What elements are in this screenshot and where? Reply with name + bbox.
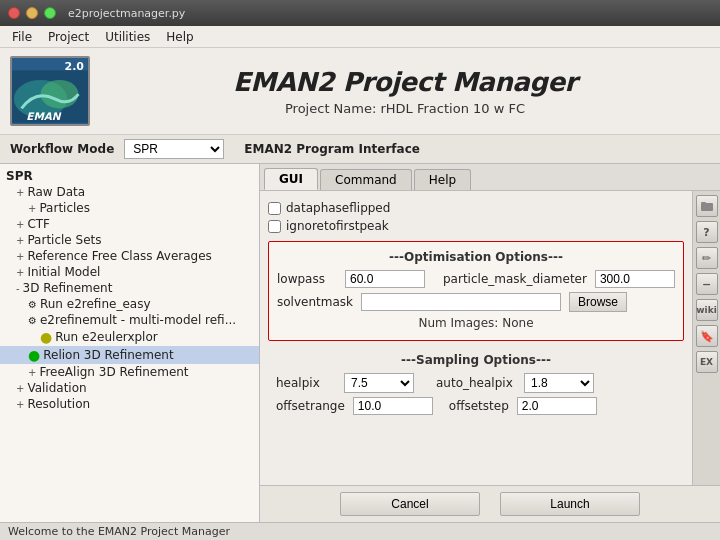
- workflow-mode-select[interactable]: SPR: [124, 139, 224, 159]
- form-scroll[interactable]: dataphaseflipped ignoretofirstpeak ---Op…: [260, 191, 692, 485]
- tree-label-3d-refinement: 3D Refinement: [23, 281, 113, 295]
- tree-root-spr: SPR: [0, 168, 259, 184]
- tree-label-raw-data: Raw Data: [27, 185, 85, 199]
- offsetrange-label: offsetrange: [276, 399, 345, 413]
- menu-file[interactable]: File: [4, 28, 40, 46]
- minus-icon: −: [702, 278, 711, 291]
- svg-rect-5: [701, 202, 706, 204]
- expand-icon: +: [16, 251, 24, 262]
- solventmask-input[interactable]: [361, 293, 561, 311]
- expand-icon: +: [28, 367, 36, 378]
- tree-item-relion-3d[interactable]: ● Relion 3D Refinement: [0, 346, 259, 364]
- app-title-area: EMAN2 Project Manager Project Name: rHDL…: [100, 67, 710, 116]
- healpix-select[interactable]: 7.5 3.7 1.8: [344, 373, 414, 393]
- main-content: 2.0 EMAN EMAN2 Project Manager Project N…: [0, 48, 720, 540]
- checkbox-ignoretofirstpeak[interactable]: [268, 220, 281, 233]
- checkbox-ignoretofirstpeak-label: ignoretofirstpeak: [286, 219, 389, 233]
- bookmark-toolbar-button[interactable]: 🔖: [696, 325, 718, 347]
- question-icon: ?: [703, 226, 709, 239]
- right-panel: GUI Command Help dataphaseflipped ignor: [260, 164, 720, 522]
- bookmark-icon: 🔖: [700, 330, 714, 343]
- tree-label-e2refinemult: e2refinemult - multi-model refi...: [40, 313, 236, 327]
- menu-project[interactable]: Project: [40, 28, 97, 46]
- menu-bar: File Project Utilities Help: [0, 26, 720, 48]
- right-panel-wrapper: dataphaseflipped ignoretofirstpeak ---Op…: [260, 191, 720, 485]
- status-bar: Welcome to the EMAN2 Project Manager: [0, 522, 720, 540]
- tree-item-e2eulerxplor[interactable]: ● Run e2eulerxplor: [0, 328, 259, 346]
- expand-icon: +: [16, 399, 24, 410]
- wiki-icon: wiki: [696, 305, 716, 315]
- offsetrange-row: offsetrange offsetstep: [276, 397, 676, 415]
- expand-icon: +: [16, 219, 24, 230]
- checkbox-dataphaseflipped-label: dataphaseflipped: [286, 201, 390, 215]
- minimize-button[interactable]: [26, 7, 38, 19]
- auto-healpix-select[interactable]: 1.8 0.9: [524, 373, 594, 393]
- tab-help[interactable]: Help: [414, 169, 471, 190]
- tree-item-resolution[interactable]: + Resolution: [0, 396, 259, 412]
- bottom-bar: Cancel Launch: [260, 485, 720, 522]
- cancel-button[interactable]: Cancel: [340, 492, 480, 516]
- close-button[interactable]: [8, 7, 20, 19]
- logo-box: 2.0 EMAN: [10, 56, 90, 126]
- dot-icon: ●: [28, 347, 40, 363]
- tree-item-initial-model[interactable]: + Initial Model: [0, 264, 259, 280]
- dot-icon: ●: [40, 329, 52, 345]
- tree-label-initial-model: Initial Model: [27, 265, 100, 279]
- offsetstep-label: offsetstep: [449, 399, 509, 413]
- tree-item-particle-sets[interactable]: + Particle Sets: [0, 232, 259, 248]
- menu-utilities[interactable]: Utilities: [97, 28, 158, 46]
- sampling-title: ---Sampling Options---: [276, 353, 676, 367]
- tree-item-ctf[interactable]: + CTF: [0, 216, 259, 232]
- solventmask-row: solventmask Browse: [277, 292, 675, 312]
- tree-label-e2eulerxplor: Run e2eulerxplor: [55, 330, 158, 344]
- wiki-toolbar-button[interactable]: wiki: [696, 299, 718, 321]
- tree-label-e2refine-easy: Run e2refine_easy: [40, 297, 151, 311]
- tree-label-particles: Particles: [39, 201, 90, 215]
- num-images-row: Num Images: None: [277, 316, 675, 330]
- question-toolbar-button[interactable]: ?: [696, 221, 718, 243]
- checkbox-ignoretofirstpeak-row: ignoretofirstpeak: [268, 219, 684, 233]
- expand-icon: +: [16, 235, 24, 246]
- tree-item-raw-data[interactable]: + Raw Data: [0, 184, 259, 200]
- window-title: e2projectmanager.py: [68, 7, 185, 20]
- lowpass-input[interactable]: [345, 270, 425, 288]
- maximize-button[interactable]: [44, 7, 56, 19]
- tree-item-e2refine-easy[interactable]: ⚙ Run e2refine_easy: [0, 296, 259, 312]
- gear-icon: ⚙: [28, 315, 37, 326]
- project-name: Project Name: rHDL Fraction 10 w FC: [100, 101, 710, 116]
- tree-label-relion-3d: Relion 3D Refinement: [43, 348, 173, 362]
- menu-help[interactable]: Help: [158, 28, 201, 46]
- tree-item-freealign[interactable]: + FreeAlign 3D Refinement: [0, 364, 259, 380]
- ex-toolbar-button[interactable]: EX: [696, 351, 718, 373]
- offsetrange-input[interactable]: [353, 397, 433, 415]
- particle-mask-label: particle_mask_diameter: [443, 272, 587, 286]
- num-images-label: Num Images: None: [418, 316, 533, 330]
- checkbox-dataphaseflipped[interactable]: [268, 202, 281, 215]
- minus-toolbar-button[interactable]: −: [696, 273, 718, 295]
- tab-command[interactable]: Command: [320, 169, 412, 190]
- folder-icon: [700, 199, 714, 213]
- title-bar: e2projectmanager.py: [0, 0, 720, 26]
- tree-item-e2refinemult[interactable]: ⚙ e2refinemult - multi-model refi...: [0, 312, 259, 328]
- pencil-toolbar-button[interactable]: ✏: [696, 247, 718, 269]
- workflow-mode-label: Workflow Mode: [10, 142, 114, 156]
- tree-item-particles[interactable]: + Particles: [0, 200, 259, 216]
- program-interface-label: EMAN2 Program Interface: [244, 142, 420, 156]
- tab-gui[interactable]: GUI: [264, 168, 318, 190]
- launch-button[interactable]: Launch: [500, 492, 640, 516]
- tree-item-ref-free[interactable]: + Reference Free Class Averages: [0, 248, 259, 264]
- lowpass-label: lowpass: [277, 272, 337, 286]
- offsetstep-input[interactable]: [517, 397, 597, 415]
- svg-rect-4: [701, 203, 713, 211]
- solventmask-label: solventmask: [277, 295, 353, 309]
- right-toolbar: ? ✏ − wiki 🔖 EX: [692, 191, 720, 485]
- tabs-row: GUI Command Help: [260, 164, 720, 191]
- status-message: Welcome to the EMAN2 Project Manager: [8, 525, 230, 538]
- tree-item-3d-refinement[interactable]: - 3D Refinement: [0, 280, 259, 296]
- pencil-icon: ✏: [702, 252, 711, 265]
- tree-item-validation[interactable]: + Validation: [0, 380, 259, 396]
- browse-button[interactable]: Browse: [569, 292, 627, 312]
- panels: SPR + Raw Data + Particles + CTF + Parti…: [0, 164, 720, 522]
- folder-toolbar-button[interactable]: [696, 195, 718, 217]
- particle-mask-diameter-input[interactable]: [595, 270, 675, 288]
